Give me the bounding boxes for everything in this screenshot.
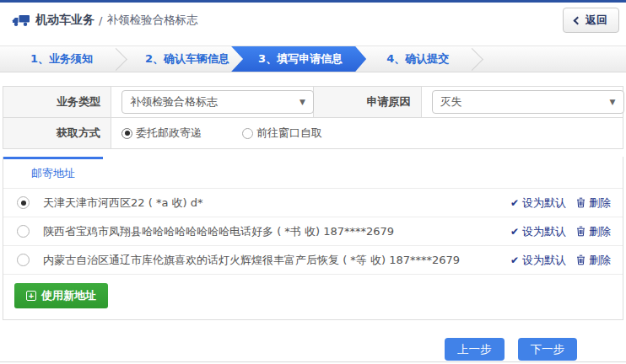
apply-reason-select[interactable]: 灭失 ▼	[432, 90, 624, 114]
set-default-label: 设为默认	[522, 253, 566, 268]
truck-icon	[12, 13, 30, 27]
mailing-address-panel: 邮寄地址 天津天津市河西区22 ( *a 收) d* ✔ 设为默认	[3, 157, 623, 320]
new-address-row: + 使用新地址	[3, 274, 623, 319]
apply-reason-value: 灭失	[440, 94, 462, 110]
plus-icon: +	[26, 291, 36, 301]
delete-label: 删除	[589, 253, 611, 268]
address-row[interactable]: 陕西省宝鸡市凤翔县哈哈哈哈哈哈哈哈电话好多 ( *书 收) 187****267…	[3, 217, 623, 245]
set-default-link[interactable]: ✔ 设为默认	[510, 195, 566, 211]
radio-unchecked-icon[interactable]	[242, 128, 253, 139]
obtain-method-label: 获取方式	[3, 118, 111, 149]
radio-option-postal-delivery[interactable]: 委托邮政寄递	[121, 126, 202, 141]
title-separator: /	[99, 14, 102, 27]
address-text: 陕西省宝鸡市凤翔县哈哈哈哈哈哈哈哈电话好多 ( *书 收) 187****267…	[43, 224, 510, 239]
check-icon: ✔	[510, 198, 519, 208]
use-new-address-button[interactable]: + 使用新地址	[14, 283, 108, 308]
trash-icon	[576, 254, 586, 265]
next-step-button[interactable]: 下一步	[518, 338, 578, 361]
main-content: 业务类型 补领检验合格标志 ▼ 申请原因 灭失 ▼ 获取方式	[0, 86, 626, 361]
trash-icon	[576, 226, 586, 237]
chevron-down-icon: ▼	[610, 98, 616, 106]
delete-label: 删除	[589, 224, 611, 239]
footer-actions: 上一步 下一步	[3, 338, 623, 361]
use-new-address-label: 使用新地址	[41, 288, 96, 303]
radio-option-window-pickup[interactable]: 前往窗口自取	[242, 126, 322, 141]
check-icon: ✔	[510, 255, 519, 265]
back-button-label: 返回	[586, 13, 607, 28]
chevron-left-icon	[574, 16, 582, 24]
header: 机动车业务 / 补领检验合格标志 返回	[0, 3, 626, 38]
page: 机动车业务 / 补领检验合格标志 返回 1、业务须知 2、确认车辆信息 3、填写…	[0, 0, 626, 364]
radio-unchecked-icon[interactable]	[17, 254, 30, 266]
delete-label: 删除	[589, 195, 611, 211]
bottom-divider	[0, 361, 626, 362]
radio-option-label: 委托邮政寄递	[136, 126, 202, 141]
set-default-link[interactable]: ✔ 设为默认	[510, 253, 566, 268]
address-text: 内蒙古自治区通辽市库伦旗喜欢的话灯火辉煌很丰富产后恢复 ( *等 收) 187*…	[43, 253, 510, 268]
obtain-method-radio-group: 委托邮政寄递 前往窗口自取	[121, 126, 623, 141]
address-row[interactable]: 天津天津市河西区22 ( *a 收) d* ✔ 设为默认	[3, 188, 623, 217]
previous-step-button[interactable]: 上一步	[445, 338, 505, 361]
check-icon: ✔	[510, 227, 519, 237]
apply-reason-label: 申请原因	[313, 87, 421, 118]
address-tab-bar: 邮寄地址	[3, 157, 623, 188]
step-1-notice[interactable]: 1、业务须知	[13, 46, 110, 72]
chevron-down-icon: ▼	[300, 98, 305, 106]
step-3-application-info[interactable]: 3、填写申请信息	[231, 46, 366, 72]
set-default-link[interactable]: ✔ 设为默认	[510, 224, 566, 239]
step-2-vehicle-info[interactable]: 2、确认车辆信息	[128, 46, 246, 72]
page-title: 机动车业务	[35, 13, 94, 28]
radio-checked-icon[interactable]	[121, 128, 132, 139]
tab-mailing-address[interactable]: 邮寄地址	[3, 157, 103, 188]
address-row[interactable]: 内蒙古自治区通辽市库伦旗喜欢的话灯火辉煌很丰富产后恢复 ( *等 收) 187*…	[3, 245, 623, 274]
address-text: 天津天津市河西区22 ( *a 收) d*	[43, 195, 510, 211]
delete-link[interactable]: 删除	[576, 224, 611, 239]
step-4-confirm-submit[interactable]: 4、确认提交	[370, 46, 466, 72]
step-separator-icon	[466, 46, 484, 72]
trash-icon	[576, 197, 586, 208]
back-button[interactable]: 返回	[563, 8, 619, 33]
page-subtitle: 补领检验合格标志	[106, 13, 197, 28]
delete-link[interactable]: 删除	[576, 195, 611, 211]
step-separator-icon	[110, 46, 128, 72]
step-navigation: 1、业务须知 2、确认车辆信息 3、填写申请信息 4、确认提交	[0, 46, 626, 72]
business-type-select[interactable]: 补领检验合格标志 ▼	[121, 90, 314, 114]
business-type-value: 补领检验合格标志	[130, 94, 218, 110]
radio-checked-icon[interactable]	[17, 196, 30, 209]
delete-link[interactable]: 删除	[576, 253, 611, 268]
set-default-label: 设为默认	[522, 224, 566, 239]
application-form: 业务类型 补领检验合格标志 ▼ 申请原因 灭失 ▼ 获取方式	[3, 86, 623, 149]
set-default-label: 设为默认	[522, 195, 566, 211]
radio-unchecked-icon[interactable]	[17, 225, 30, 238]
business-type-label: 业务类型	[3, 87, 111, 118]
radio-option-label: 前往窗口自取	[256, 126, 322, 141]
